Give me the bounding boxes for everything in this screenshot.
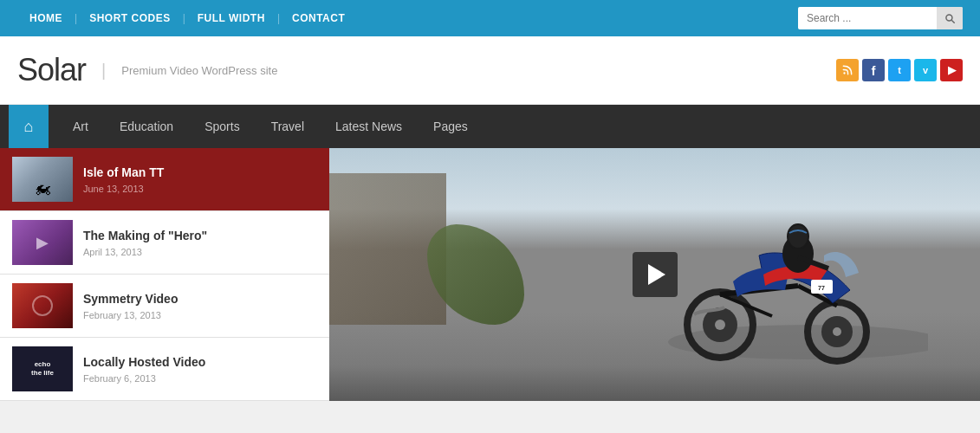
search-input[interactable] [798,12,937,24]
item-title: The Making of "Hero" [83,228,317,243]
item-date: April 13, 2013 [83,247,317,257]
social-rss-icon[interactable] [836,59,859,81]
site-header: Solar | Premium Video WordPress site f t… [0,36,980,105]
svg-point-0 [843,72,845,74]
social-icons: f t v ▶ [836,59,963,81]
search-box [798,7,963,29]
search-icon [944,12,956,24]
motorcycle-scene: 77 [633,160,928,368]
site-brand: Solar | Premium Video WordPress site [17,52,277,88]
svg-text:77: 77 [818,285,825,291]
top-nav: HOME | SHORT CODES | FULL WIDTH | CONTAC… [0,0,980,36]
nav-art[interactable]: Art [57,105,104,148]
nav-travel[interactable]: Travel [256,105,320,148]
thumb-hero [12,220,73,265]
item-date: February 13, 2013 [83,310,317,320]
thumb-symmetry [12,283,73,328]
item-thumbnail: echothe life [12,346,73,391]
thumb-isle-of-man [12,157,73,202]
item-thumbnail [12,283,73,328]
main-nav: ⌂ Art Education Sports Travel Latest New… [0,105,980,148]
site-title: Solar [17,52,86,88]
item-title: Isle of Man TT [83,165,317,180]
nav-home-button[interactable]: ⌂ [9,105,49,148]
item-info: Symmetry Video February 13, 2013 [83,291,317,320]
social-facebook-icon[interactable]: f [862,59,885,81]
nav-full-width[interactable]: FULL WIDTH [185,12,277,24]
nav-short-codes[interactable]: SHORT CODES [77,12,183,24]
search-button[interactable] [937,7,963,29]
svg-point-4 [715,320,725,330]
thumb-echo: echothe life [12,346,73,391]
item-thumbnail [12,220,73,265]
item-thumbnail [12,157,73,202]
item-date: June 13, 2013 [83,184,317,194]
home-icon: ⌂ [24,118,34,136]
item-info: Locally Hosted Video February 6, 2013 [83,354,317,384]
list-item[interactable]: echothe life Locally Hosted Video Februa… [0,338,329,401]
nav-sports[interactable]: Sports [189,105,255,148]
list-item[interactable]: Isle of Man TT June 13, 2013 [0,148,329,211]
item-info: Isle of Man TT June 13, 2013 [83,165,317,194]
content-area: Isle of Man TT June 13, 2013 The Making … [0,148,980,401]
list-item[interactable]: Symmetry Video February 13, 2013 [0,275,329,338]
item-title: Symmetry Video [83,291,317,307]
nav-home[interactable]: HOME [17,12,75,24]
sidebar: Isle of Man TT June 13, 2013 The Making … [0,148,329,401]
item-title: Locally Hosted Video [83,354,317,370]
social-vimeo-icon[interactable]: v [914,59,937,81]
svg-point-7 [833,327,841,336]
item-date: February 6, 2013 [83,373,317,384]
play-icon [648,264,665,285]
main-video: 77 [329,148,980,401]
social-twitter-icon[interactable]: t [888,59,911,81]
play-button[interactable] [633,252,678,297]
nav-education[interactable]: Education [104,105,189,148]
social-youtube-icon[interactable]: ▶ [940,59,963,81]
item-info: The Making of "Hero" April 13, 2013 [83,228,317,257]
top-nav-links: HOME | SHORT CODES | FULL WIDTH | CONTAC… [17,12,357,24]
site-tagline: Premium Video WordPress site [121,64,277,77]
nav-links: Art Education Sports Travel Latest News … [57,105,484,148]
header-separator: | [101,61,106,81]
nav-pages[interactable]: Pages [418,105,484,148]
nav-latest-news[interactable]: Latest News [320,105,418,148]
nav-contact[interactable]: CONTACT [280,12,357,24]
svg-point-12 [788,224,808,249]
list-item[interactable]: The Making of "Hero" April 13, 2013 [0,211,329,275]
